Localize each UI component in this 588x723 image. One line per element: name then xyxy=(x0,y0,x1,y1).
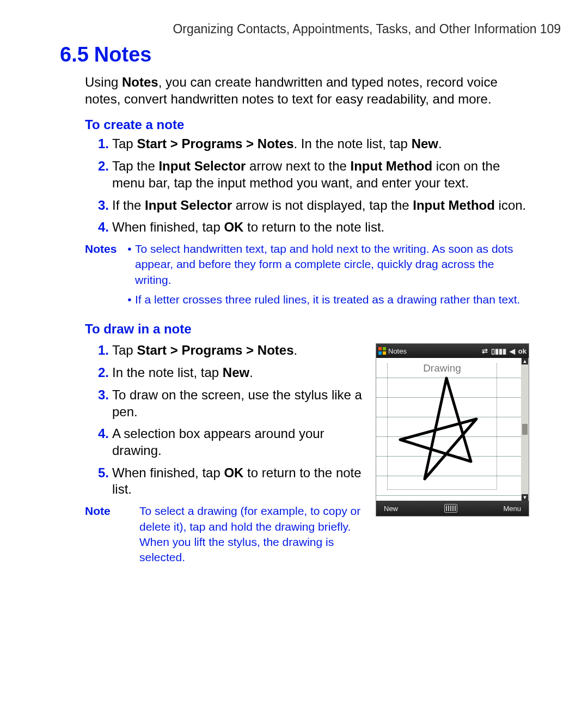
create-steps: 1.Tap Start > Programs > Notes. In the n… xyxy=(85,136,528,236)
list-item: •If a letter crosses three ruled lines, … xyxy=(124,292,528,307)
note-canvas[interactable]: Drawing ▲ ▼ xyxy=(376,358,529,501)
windows-logo-icon xyxy=(378,347,386,355)
notes-list: •To select handwritten text, tap and hol… xyxy=(124,241,528,312)
manual-page: Organizing Contacts, Appointments, Tasks… xyxy=(0,0,588,723)
app-title: Notes xyxy=(388,347,407,355)
ok-button[interactable]: ok xyxy=(518,347,526,355)
section-number: 6.5 xyxy=(60,43,89,66)
single-note-block: Note To select a drawing (for example, t… xyxy=(85,503,365,565)
running-header: Organizing Contacts, Appointments, Tasks… xyxy=(60,22,561,37)
selection-label: Drawing xyxy=(388,362,497,374)
list-item: 2.Tap the Input Selector arrow next to t… xyxy=(85,158,528,191)
list-item: 4.When finished, tap OK to return to the… xyxy=(85,219,528,236)
note-label: Note xyxy=(85,503,139,565)
scroll-up-icon[interactable]: ▲ xyxy=(522,358,528,364)
list-item: 3.To draw on the screen, use the stylus … xyxy=(85,387,365,420)
device-screenshot: Notes ⇄ ▯▮▮▮ ◀ ok xyxy=(376,343,529,517)
title-bar: Notes ⇄ ▯▮▮▮ ◀ ok xyxy=(376,344,529,358)
list-item: 1.Tap Start > Programs > Notes. In the n… xyxy=(85,136,528,153)
softkey-menu[interactable]: Menu xyxy=(503,505,521,513)
command-bar: New Menu xyxy=(376,501,529,516)
scroll-thumb[interactable] xyxy=(522,424,528,435)
intro-paragraph: Using Notes, you can create handwritten … xyxy=(85,74,528,107)
keyboard-icon[interactable] xyxy=(444,504,457,513)
softkey-new[interactable]: New xyxy=(384,505,398,513)
list-item: 1.Tap Start > Programs > Notes. xyxy=(85,342,365,359)
list-item: 2.In the note list, tap New. xyxy=(85,364,365,381)
scrollbar[interactable]: ▲ ▼ xyxy=(521,358,529,501)
subheading-draw: To draw in a note xyxy=(85,321,528,337)
page-number: 109 xyxy=(540,22,561,36)
scroll-down-icon[interactable]: ▼ xyxy=(522,494,528,501)
list-item: 5.When finished, tap OK to return to the… xyxy=(85,465,365,498)
subheading-create: To create a note xyxy=(85,117,528,132)
running-title: Organizing Contacts, Appointments, Tasks… xyxy=(173,22,536,36)
drawn-star-icon xyxy=(395,375,487,484)
section-title: Notes xyxy=(94,43,152,66)
list-item: 4.A selection box appears around your dr… xyxy=(85,426,365,459)
note-text: To select a drawing (for example, to cop… xyxy=(139,503,365,565)
notes-label: Notes xyxy=(85,241,124,312)
list-item: •To select handwritten text, tap and hol… xyxy=(124,241,528,288)
connectivity-icon: ⇄ xyxy=(482,347,488,355)
notes-block: Notes •To select handwritten text, tap a… xyxy=(85,241,528,312)
volume-icon: ◀ xyxy=(510,347,515,355)
section-heading: 6.5Notes xyxy=(60,43,528,66)
draw-steps: 1.Tap Start > Programs > Notes. 2.In the… xyxy=(85,342,365,498)
signal-icon: ▯▮▮▮ xyxy=(491,347,506,355)
list-item: 3.If the Input Selector arrow is not dis… xyxy=(85,197,528,214)
